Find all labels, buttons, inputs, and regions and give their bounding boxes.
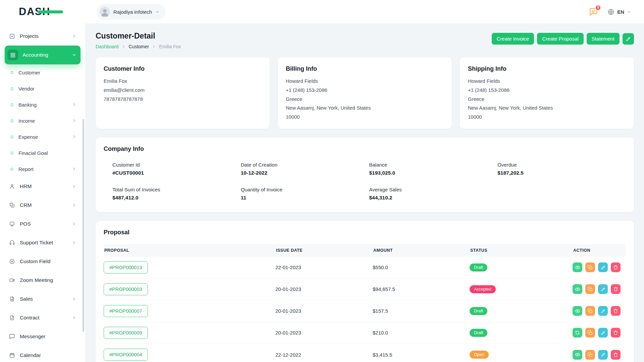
sidebar-item-report[interactable]: Report [5, 161, 80, 177]
amount: $550.0 [373, 264, 470, 270]
sidebar-item-messenger[interactable]: Messenger [5, 327, 80, 346]
sidebar-item-pos[interactable]: POS [5, 215, 80, 233]
chevron-right-icon [72, 34, 76, 39]
billing-address: New Aasamj, New York, United States [286, 104, 444, 112]
duplicate-button[interactable] [585, 284, 595, 294]
proposal-id-button[interactable]: #PROP000013 [104, 261, 148, 274]
create-invoice-button[interactable]: Create Invoice [492, 33, 534, 45]
proposal-id-button[interactable]: #PROP000009 [104, 327, 148, 339]
proposal-id-button[interactable]: #PROP000007 [104, 305, 148, 317]
sidebar-item-label: Finacial Goal [18, 150, 48, 156]
sidebar-item-vendor[interactable]: Vendor [5, 80, 80, 97]
sidebar-item-sales[interactable]: Sales [5, 290, 80, 308]
chevron-right-icon [72, 203, 76, 207]
logo[interactable]: DASH [0, 0, 85, 23]
sidebar-item-accounting[interactable]: Accounting [5, 46, 80, 64]
proposal-table-header: PROPOSAL ISSUE DATE AMOUNT STATUS ACTION [104, 244, 626, 257]
language-selector[interactable]: EN [607, 8, 631, 15]
breadcrumb-customer[interactable]: Customer [129, 44, 149, 49]
sidebar-item-support-ticket[interactable]: Support Ticket [5, 233, 80, 252]
sidebar-item-label: Contract [20, 315, 40, 321]
sidebar-item-income[interactable]: Income [5, 113, 80, 129]
dot-circle-icon [10, 168, 13, 171]
company-avatar [100, 7, 110, 17]
layers-icon [9, 202, 15, 208]
topbar-right: 9 EN [589, 7, 631, 16]
sidebar-item-label: Report [18, 166, 34, 172]
sidebar-item-label: Customer [18, 70, 40, 75]
sidebar-item-zoom-meeting[interactable]: Zoom Meeting [5, 271, 80, 290]
edit-button[interactable] [598, 328, 608, 338]
delete-button[interactable] [611, 328, 621, 338]
sidebar-item-contract[interactable]: Contract [5, 308, 80, 327]
sidebar-item-projects[interactable]: Projects [5, 27, 80, 46]
sidebar-item-financial-goal[interactable]: Finacial Goal [5, 145, 80, 161]
sidebar-item-label: Sales [20, 296, 33, 302]
view-button[interactable] [573, 284, 582, 294]
view-button[interactable] [573, 350, 582, 360]
sidebar-item-hrm[interactable]: HRM [5, 177, 80, 196]
proposal-id-button[interactable]: #PROP000004 [104, 349, 148, 361]
sidebar-item-label: Income [18, 118, 35, 124]
card-title: Proposal [104, 229, 626, 236]
issue-date: 20-01-2023 [275, 308, 373, 314]
notifications-button[interactable]: 9 [589, 7, 598, 16]
dot-circle-icon [10, 87, 13, 90]
duplicate-button[interactable] [585, 262, 595, 272]
edit-button[interactable] [598, 262, 608, 272]
edit-button[interactable] [598, 350, 608, 360]
breadcrumb-dashboard[interactable]: Dashboard [96, 44, 119, 49]
delete-button[interactable] [611, 350, 621, 360]
duplicate-button[interactable] [585, 306, 595, 316]
shipping-zip: 10000 [468, 113, 626, 121]
sidebar-item-custom-field[interactable]: Custom Field [5, 252, 80, 271]
sidebar-item-calendar[interactable]: Calendar [5, 346, 80, 362]
view-button[interactable] [573, 306, 582, 316]
copy-icon [588, 352, 593, 357]
issue-date: 20-01-2023 [275, 330, 373, 336]
dot-circle-icon [10, 103, 13, 106]
company-selector[interactable]: Rajodiya infotech [97, 5, 165, 19]
status-badge: Open [470, 351, 489, 359]
duplicate-button[interactable] [585, 350, 595, 360]
sidebar-item-banking[interactable]: Banking [5, 97, 80, 113]
customer-phone: 78787878787878 [104, 96, 262, 103]
sidebar: DASH Projects Accounting Customer Vendor [0, 0, 85, 362]
sidebar-item-crm[interactable]: CRM [5, 196, 80, 215]
proposal-row: #PROP000004 22-12-2022 $3,415.5 Open [104, 344, 626, 362]
sidebar-item-expense[interactable]: Expense [5, 129, 80, 145]
sidebar-item-customer[interactable]: Customer [5, 64, 80, 80]
chevron-right-icon [72, 134, 76, 139]
col-status: STATUS [470, 248, 573, 253]
file-check-icon [9, 315, 15, 321]
pencil-icon [601, 330, 605, 335]
trash-icon [613, 352, 618, 357]
proposal-id-button[interactable]: #PROP000003 [104, 283, 148, 295]
refresh-button[interactable] [573, 328, 582, 338]
sidebar-item-label: POS [20, 221, 31, 227]
view-button[interactable] [573, 262, 582, 272]
customer-name: Emilia Fox [104, 77, 262, 85]
status-badge: Draft [470, 329, 487, 337]
copy-icon [588, 265, 593, 270]
dot-circle-icon [10, 71, 13, 74]
chevron-right-icon [72, 240, 76, 245]
duplicate-button[interactable] [585, 328, 595, 338]
delete-button[interactable] [611, 262, 621, 272]
edit-button[interactable] [598, 306, 608, 316]
statement-button[interactable]: Statement [587, 33, 620, 45]
edit-customer-button[interactable] [623, 33, 634, 45]
eye-icon [575, 352, 580, 357]
delete-button[interactable] [611, 306, 621, 316]
sidebar-scrollbar[interactable] [83, 119, 84, 332]
billing-country: Greece [286, 96, 444, 103]
delete-button[interactable] [611, 284, 621, 294]
edit-button[interactable] [598, 284, 608, 294]
row-actions [573, 328, 626, 338]
trash-icon [613, 330, 618, 335]
copy-icon [588, 330, 593, 335]
field-overdue: Overdue $187,202.5 [497, 162, 626, 176]
row-actions [573, 306, 626, 316]
company-name: Rajodiya infotech [113, 9, 152, 15]
create-proposal-button[interactable]: Create Proposal [537, 33, 583, 45]
